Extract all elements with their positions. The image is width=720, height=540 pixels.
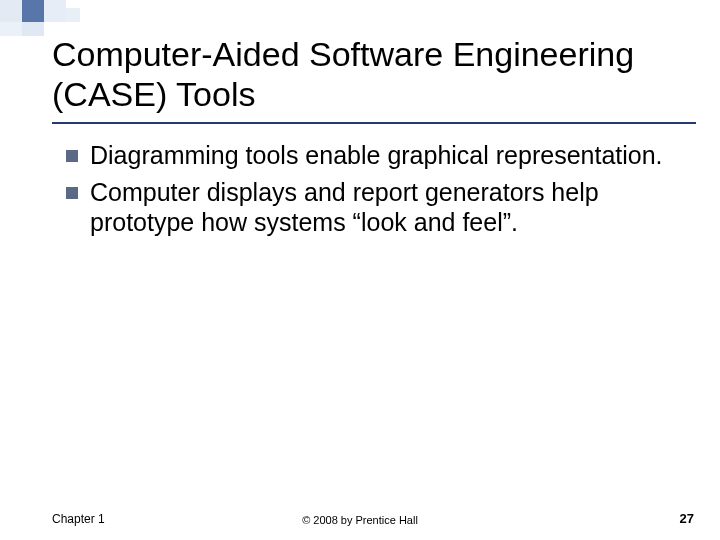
deco-square (22, 22, 44, 36)
bullet-text: Diagramming tools enable graphical repre… (90, 140, 663, 171)
bullet-list: Diagramming tools enable graphical repre… (66, 140, 692, 244)
deco-square (66, 8, 80, 22)
bullet-square-icon (66, 187, 78, 199)
slide-footer: Chapter 1 © 2008 by Prentice Hall 27 (0, 506, 720, 526)
bullet-text: Computer displays and report generators … (90, 177, 692, 238)
bullet-square-icon (66, 150, 78, 162)
list-item: Computer displays and report generators … (66, 177, 692, 238)
footer-copyright: © 2008 by Prentice Hall (0, 514, 720, 526)
slide-title: Computer-Aided Software Engineering (CAS… (52, 34, 690, 114)
footer-page-number: 27 (680, 511, 694, 526)
deco-square (22, 0, 44, 22)
deco-square (44, 0, 66, 22)
deco-square (0, 22, 22, 36)
deco-square (0, 0, 22, 22)
corner-decoration (0, 0, 120, 36)
title-underline (52, 122, 696, 124)
list-item: Diagramming tools enable graphical repre… (66, 140, 692, 171)
